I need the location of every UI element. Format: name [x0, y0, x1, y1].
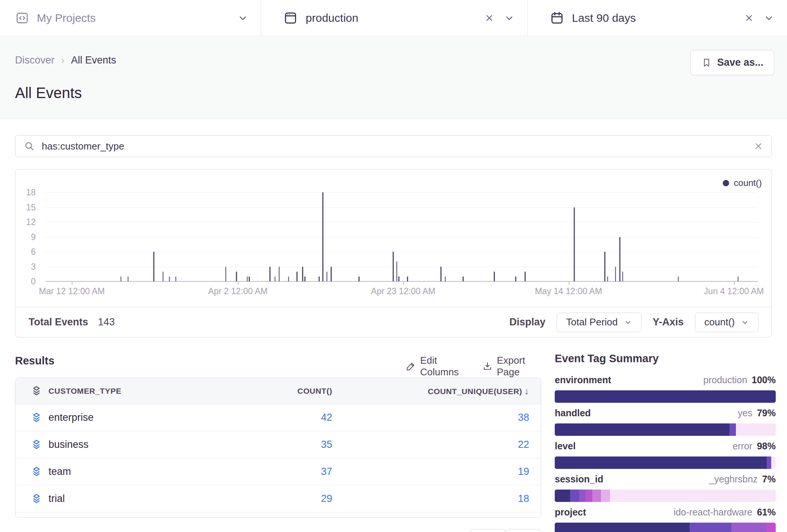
- daterange-selector-label: Last 90 days: [572, 12, 636, 24]
- tag-distribution-bar[interactable]: [555, 523, 776, 532]
- stack-icon: [24, 466, 48, 478]
- tag-bar-segment: [767, 523, 776, 532]
- projects-icon: [15, 11, 29, 25]
- chart-bar: [279, 267, 280, 282]
- tag-name: project: [555, 507, 586, 518]
- cell-count-link[interactable]: 35: [250, 439, 332, 450]
- chevron-down-icon[interactable]: [764, 13, 774, 23]
- chart-bar: [515, 277, 516, 281]
- results-table-body: enterprise4238business3522team3719trial2…: [15, 404, 541, 512]
- chart-bar: [678, 277, 679, 281]
- gridline: [45, 222, 758, 222]
- stack-icon: [24, 385, 48, 397]
- chart-bar: [574, 207, 575, 282]
- column-header-customer-type[interactable]: CUSTOMER_TYPE: [48, 387, 250, 396]
- chart-bar: [331, 267, 332, 282]
- cell-count-link[interactable]: 37: [250, 466, 332, 478]
- cell-customer-type: enterprise: [48, 412, 250, 423]
- tag-entry-header: handledyes79%: [555, 408, 776, 419]
- chevron-down-icon[interactable]: [238, 13, 248, 23]
- clear-search-icon[interactable]: [754, 141, 763, 151]
- sort-descending-icon: ↓: [524, 386, 529, 396]
- chart-bar: [463, 277, 464, 281]
- search-input[interactable]: [42, 141, 747, 152]
- edit-columns-button[interactable]: Edit Columns: [406, 355, 468, 378]
- chart-bar: [169, 277, 170, 281]
- chart-bar: [319, 277, 320, 281]
- tag-top-value: _yeghrsbnz7%: [709, 474, 776, 485]
- pagination-previous-button[interactable]: [470, 529, 505, 532]
- event-tag-summary-title: Event Tag Summary: [555, 352, 776, 365]
- table-row: trial2918: [15, 485, 541, 512]
- tag-distribution-bar[interactable]: [555, 423, 776, 436]
- chart-legend[interactable]: count(): [723, 178, 762, 188]
- tag-bar-segment: [690, 523, 732, 532]
- yaxis-dropdown[interactable]: count(): [695, 313, 758, 332]
- project-selector[interactable]: My Projects: [0, 0, 261, 36]
- chart-footer: Total Events 143 Display Total Period Y-…: [15, 307, 772, 337]
- x-axis-line: [45, 281, 758, 282]
- chart-bar: [269, 267, 271, 282]
- tag-distribution-bar[interactable]: [555, 490, 776, 502]
- cell-count-unique-link[interactable]: 22: [332, 439, 529, 450]
- display-dropdown[interactable]: Total Period: [557, 313, 641, 332]
- chevron-down-icon[interactable]: [504, 13, 515, 23]
- download-icon: [483, 361, 492, 371]
- chart-bar: [396, 261, 397, 281]
- tag-name: handled: [555, 408, 591, 419]
- tag-distribution-bar[interactable]: [555, 390, 776, 403]
- chart-bar: [619, 237, 621, 282]
- tag-percent: 7%: [762, 474, 776, 485]
- chart-bar: [607, 277, 608, 281]
- events-chart[interactable]: 0369121518Mar 12 12:00 AMApr 2 12:00 AMA…: [45, 192, 758, 281]
- chart-bar: [604, 252, 605, 281]
- tag-entry-header: environmentproduction100%: [555, 375, 776, 386]
- yaxis-label: Y-Axis: [653, 316, 684, 328]
- clear-environment-icon[interactable]: [484, 13, 494, 23]
- display-label: Display: [509, 316, 545, 328]
- chart-bar: [288, 277, 289, 281]
- project-selector-label: My Projects: [37, 12, 96, 24]
- x-axis-tick: [72, 281, 73, 285]
- total-events-value: 143: [98, 316, 115, 328]
- x-axis-tick: [403, 281, 404, 285]
- chart-bar: [153, 252, 154, 281]
- daterange-selector[interactable]: Last 90 days: [528, 0, 787, 36]
- save-as-button[interactable]: Save as...: [690, 50, 774, 75]
- export-page-button[interactable]: Export Page: [483, 355, 541, 378]
- pagination-next-button[interactable]: [506, 529, 542, 532]
- x-axis-tick: [734, 281, 735, 285]
- tag-bar-segment: [601, 490, 610, 502]
- page-title: All Events: [15, 85, 82, 101]
- y-axis-tick-label: 9: [13, 232, 36, 242]
- cell-customer-type: team: [48, 466, 250, 478]
- y-axis-tick-label: 18: [13, 187, 36, 198]
- tag-entry: projectido-react-hardware61%: [555, 507, 776, 532]
- column-header-count-unique-user[interactable]: COUNT_UNIQUE(USER)↓: [332, 386, 529, 396]
- x-axis-tick-label: Apr 2 12:00 AM: [208, 286, 268, 296]
- cell-count-unique-link[interactable]: 18: [332, 493, 529, 505]
- environment-selector[interactable]: production: [261, 0, 527, 36]
- tag-value: _yeghrsbnz: [709, 474, 758, 485]
- chart-bar: [225, 267, 226, 282]
- tag-value: error: [733, 441, 752, 452]
- chart-bar: [274, 277, 275, 281]
- tag-distribution-bar[interactable]: [555, 456, 776, 469]
- y-axis-tick-label: 15: [13, 202, 36, 212]
- edit-columns-label: Edit Columns: [420, 355, 468, 378]
- column-header-count[interactable]: COUNT(): [250, 387, 332, 396]
- clear-daterange-icon[interactable]: [744, 13, 754, 23]
- tag-entry-header: levelerror98%: [555, 441, 776, 452]
- cell-count-unique-link[interactable]: 19: [332, 466, 529, 478]
- chevron-down-icon: [741, 318, 749, 326]
- gridline: [45, 237, 758, 237]
- breadcrumb-discover-link[interactable]: Discover: [15, 54, 54, 66]
- tag-entry: session_id_yeghrsbnz7%: [555, 474, 776, 502]
- cell-count-unique-link[interactable]: 38: [332, 412, 529, 423]
- cell-count-link[interactable]: 42: [250, 412, 332, 423]
- y-axis-tick-label: 0: [13, 277, 36, 287]
- chart-bar: [393, 252, 394, 281]
- cell-count-link[interactable]: 29: [250, 493, 332, 505]
- tag-bar-segment: [731, 523, 767, 532]
- tag-entry: handledyes79%: [555, 408, 776, 436]
